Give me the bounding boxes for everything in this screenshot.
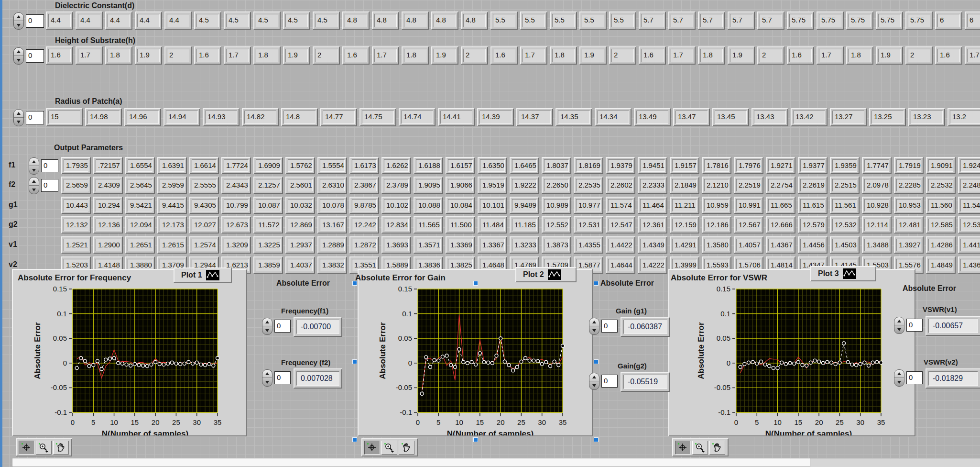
array-element[interactable]: 5.7	[698, 11, 725, 30]
array-element[interactable]: 13.23	[908, 108, 945, 126]
array-element[interactable]: 2	[757, 46, 784, 65]
index-spinner[interactable]	[13, 47, 24, 65]
array-element[interactable]: 5.7	[728, 11, 755, 30]
array-element[interactable]: 1.6	[342, 46, 370, 65]
array-element[interactable]: 4.4	[76, 11, 103, 30]
index-input[interactable]: 0	[601, 375, 618, 388]
selection-handle[interactable]	[352, 281, 357, 286]
array-element[interactable]: 1.7	[372, 46, 399, 65]
array-element[interactable]: 1.8	[698, 46, 725, 65]
array-element[interactable]: 14.35	[555, 108, 592, 126]
array-element[interactable]: 1.6	[787, 46, 814, 65]
index-spinner[interactable]	[29, 177, 39, 194]
horizontal-scrollbar[interactable]	[12, 458, 810, 467]
index-input[interactable]: 0	[906, 371, 923, 384]
array-element[interactable]: 4.4	[164, 11, 192, 30]
array-element[interactable]: 1.9	[728, 46, 755, 65]
selection-handle[interactable]	[473, 281, 478, 286]
array-element[interactable]: 4.5	[224, 11, 251, 30]
array-element[interactable]: 1.8	[105, 46, 132, 65]
array-element[interactable]: 13.2	[947, 108, 980, 126]
array-element[interactable]: 5.5	[490, 11, 518, 30]
array-element[interactable]: 1.9	[876, 46, 903, 65]
array-element[interactable]: 4.5	[253, 11, 281, 30]
array-element[interactable]: 1.7	[817, 46, 844, 65]
array-element[interactable]: 13.27	[830, 108, 867, 126]
array-element[interactable]: 2	[461, 46, 488, 65]
array-element[interactable]: 13.25	[869, 108, 906, 126]
index-spinner[interactable]	[894, 369, 904, 387]
array-element[interactable]: 14.77	[320, 108, 357, 126]
array-element[interactable]: 1.7	[668, 46, 696, 65]
waveform-graph-gain[interactable]: 0.150.10.050-0.05-0.105101520253035N(Num…	[358, 269, 593, 436]
array-element[interactable]: 5.7	[757, 11, 784, 30]
cursor-tool-button[interactable]	[364, 441, 380, 455]
array-element[interactable]: 14.82	[242, 108, 279, 126]
selection-handle[interactable]	[473, 437, 478, 442]
array-element[interactable]: 1.8	[253, 46, 281, 65]
zoom-tool-button[interactable]	[692, 441, 708, 455]
array-element[interactable]: 1.6	[935, 46, 962, 65]
plot-legend-2[interactable]: Plot 2	[515, 267, 577, 282]
array-index-input[interactable]: 0	[41, 179, 58, 192]
cursor-tool-button[interactable]	[19, 441, 34, 455]
array-element[interactable]: 14.75	[359, 108, 396, 126]
array-element[interactable]: 5.5	[609, 11, 636, 30]
selection-handle[interactable]	[594, 437, 599, 442]
index-spinner[interactable]	[29, 157, 39, 175]
array-element[interactable]: 5.7	[639, 11, 666, 30]
array-element[interactable]: 4.8	[372, 11, 399, 30]
array-element[interactable]: 1.7	[965, 46, 980, 65]
dielectric-array[interactable]: 4.44.44.44.44.44.54.54.54.54.54.84.84.84…	[46, 11, 980, 31]
array-element[interactable]: 1.8	[402, 46, 429, 65]
array-index-input[interactable]: 0	[26, 49, 44, 63]
array-element[interactable]: 4.4	[135, 11, 162, 30]
array-element[interactable]: 5.75	[817, 11, 844, 30]
array-element[interactable]: 1.8	[550, 46, 577, 65]
array-element[interactable]: 4.8	[431, 11, 458, 30]
pan-tool-button[interactable]	[709, 441, 725, 455]
array-element[interactable]: 4.4	[105, 11, 132, 30]
array-element[interactable]: 13.45	[712, 108, 749, 126]
waveform-graph-vswr[interactable]: 0.150.10.050-0.05-0.105101520253035N(Num…	[668, 269, 915, 436]
array-element[interactable]: 4.8	[402, 11, 429, 30]
array-element[interactable]: 5.5	[520, 11, 547, 30]
array-element[interactable]: 14.94	[163, 108, 200, 126]
index-spinner[interactable]	[589, 318, 599, 335]
array-element[interactable]: 15	[46, 108, 83, 126]
array-index-input[interactable]: 0	[26, 14, 44, 28]
array-element[interactable]: 1.6	[639, 46, 666, 65]
array-element[interactable]: 5.75	[905, 11, 933, 30]
index-input[interactable]: 0	[906, 319, 923, 332]
array-element[interactable]: 2	[905, 46, 933, 65]
selection-handle[interactable]	[352, 359, 357, 364]
array-index-input[interactable]: 0	[26, 111, 44, 124]
array-element[interactable]: 14.37	[516, 108, 553, 126]
index-spinner[interactable]	[262, 369, 272, 387]
index-input[interactable]: 0	[274, 320, 291, 333]
array-element[interactable]: 13.49	[634, 108, 671, 126]
array-element[interactable]: 1.8	[846, 46, 873, 65]
array-element[interactable]: 5.75	[846, 11, 873, 30]
array-element[interactable]: 6	[935, 11, 962, 30]
array-element[interactable]: 1.6	[490, 46, 518, 65]
zoom-tool-button[interactable]	[36, 441, 52, 455]
array-element[interactable]: 5.5	[579, 11, 607, 30]
array-element[interactable]: 14.98	[85, 108, 122, 126]
array-element[interactable]: 14.8	[281, 108, 318, 126]
index-spinner[interactable]	[894, 317, 904, 334]
index-spinner[interactable]	[13, 12, 24, 30]
array-element[interactable]: 2	[609, 46, 636, 65]
array-element[interactable]: 13.47	[673, 108, 710, 126]
array-element[interactable]: 2	[164, 46, 192, 65]
array-element[interactable]: 5.5	[550, 11, 577, 30]
array-element[interactable]: 14.34	[595, 108, 632, 126]
array-element[interactable]: 1.7	[224, 46, 251, 65]
array-element[interactable]: 1.9	[135, 46, 162, 65]
array-element[interactable]: 1.6	[46, 46, 73, 65]
selection-handle[interactable]	[594, 281, 599, 286]
array-element[interactable]: 14.39	[477, 108, 514, 126]
plot-legend-1[interactable]: Plot 1	[174, 267, 232, 283]
index-spinner[interactable]	[13, 109, 24, 126]
radius-array[interactable]: 1514.9814.9614.9414.9314.8214.814.7714.7…	[46, 108, 980, 127]
